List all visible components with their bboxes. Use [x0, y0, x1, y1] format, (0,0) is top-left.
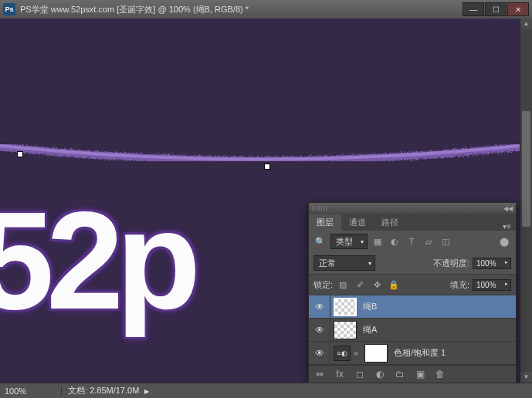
visibility-toggle-icon[interactable]: 👁	[309, 319, 330, 341]
visibility-toggle-icon[interactable]: 👁	[309, 295, 330, 318]
zoom-level-field[interactable]: 100%	[0, 386, 62, 396]
layer-mask-icon[interactable]: ◻	[354, 369, 366, 379]
opacity-field[interactable]: 100%	[473, 258, 511, 269]
rope-garland	[0, 134, 520, 173]
layer-name[interactable]: 绳A	[360, 324, 377, 336]
filter-smart-icon[interactable]: ◫	[439, 234, 452, 248]
visibility-toggle-icon[interactable]: 👁	[309, 342, 330, 364]
layer-filter-row: 🔍 类型 ▦ ◐ T ▱ ◫ ⬤	[309, 231, 516, 252]
status-bar: 100% 文档: 2.85M/17.0M ▶	[0, 383, 532, 398]
layer-group-icon[interactable]: 🗀	[394, 369, 406, 379]
layer-mask-thumbnail[interactable]	[364, 344, 388, 363]
panel-menu-icon[interactable]: ▾≡	[498, 222, 516, 231]
lock-position-icon[interactable]: ✥	[370, 278, 384, 292]
lock-transparency-icon[interactable]: ▨	[336, 278, 350, 292]
filter-type-icon[interactable]: T	[405, 234, 418, 248]
close-button[interactable]: ✕	[507, 2, 529, 16]
panel-collapse-icon[interactable]: ◀◀	[503, 205, 513, 212]
filter-kind-icon[interactable]: 🔍	[313, 234, 327, 248]
document-info[interactable]: 文档: 2.85M/17.0M ▶	[62, 385, 155, 396]
layer-style-icon[interactable]: fx	[334, 369, 346, 379]
filter-shape-icon[interactable]: ▱	[422, 234, 435, 248]
layer-thumbnail[interactable]	[334, 321, 357, 339]
layer-item[interactable]: 👁 ≡◐ ⟐ 色相/饱和度 1	[309, 342, 516, 365]
tab-layers[interactable]: 图层	[309, 214, 341, 231]
vertical-scrollbar[interactable]: ▲ ▼	[520, 19, 532, 383]
app-icon: Ps	[3, 3, 15, 15]
scroll-down-arrow[interactable]: ▼	[520, 372, 532, 383]
link-layers-icon[interactable]: ⇔	[313, 369, 326, 379]
filter-toggle-switch[interactable]: ⬤	[497, 234, 511, 248]
fill-field[interactable]: 100%	[473, 279, 511, 291]
window-titlebar: Ps PS学堂 www.52psxt.com [圣诞字效] @ 100% (绳B…	[0, 0, 532, 19]
delete-layer-icon[interactable]: 🗑	[434, 369, 446, 379]
blend-mode-row: 正常 不透明度: 100%	[309, 252, 516, 274]
panel-tab-strip: 图层 通道 路径 ▾≡	[309, 214, 516, 231]
tab-channels[interactable]: 通道	[341, 214, 374, 231]
filter-adjust-icon[interactable]: ◐	[388, 234, 402, 248]
layer-item[interactable]: 👁 绳B	[309, 295, 516, 319]
lock-row: 锁定: ▨ ✐ ✥ 🔒 填充: 100%	[309, 274, 516, 295]
doc-info-label: 文档:	[68, 386, 87, 395]
scrollbar-thumb[interactable]	[522, 111, 530, 227]
lock-label: 锁定:	[313, 279, 333, 291]
fill-label: 填充:	[450, 279, 469, 291]
lock-all-icon[interactable]: 🔒	[387, 278, 401, 292]
panel-titlebar[interactable]: ◀◀	[309, 203, 516, 214]
filter-pixel-icon[interactable]: ▦	[371, 234, 385, 248]
doc-info-value: 2.85M/17.0M	[90, 386, 139, 395]
adjustment-layer-icon[interactable]: ◐	[374, 369, 386, 379]
mask-link-icon[interactable]: ⟐	[351, 349, 361, 357]
filter-kind-dropdown[interactable]: 类型	[330, 234, 368, 249]
layer-item[interactable]: 👁 绳A	[309, 319, 516, 342]
layer-name[interactable]: 绳B	[360, 301, 377, 312]
tab-paths[interactable]: 路径	[374, 214, 406, 231]
layer-name[interactable]: 色相/饱和度 1	[391, 347, 446, 359]
maximize-button[interactable]: ☐	[485, 2, 507, 16]
opacity-label: 不透明度:	[433, 258, 469, 269]
artwork-text: 52p	[0, 180, 193, 340]
path-anchor-point[interactable]	[17, 151, 23, 157]
adjustment-layer-icon[interactable]: ≡◐	[334, 346, 351, 361]
blend-mode-dropdown[interactable]: 正常	[313, 255, 375, 271]
window-title: PS学堂 www.52psxt.com [圣诞字效] @ 100% (绳B, R…	[20, 4, 463, 15]
new-layer-icon[interactable]: ▣	[414, 369, 426, 379]
layer-thumbnail[interactable]	[334, 298, 357, 316]
layers-panel-footer: ⇔ fx ◻ ◐ 🗀 ▣ 🗑	[309, 365, 516, 383]
minimize-button[interactable]: —	[463, 2, 484, 16]
layers-list: 👁 绳B 👁 绳A 👁 ≡◐ ⟐ 色相/饱和度 1	[309, 295, 516, 365]
lock-pixels-icon[interactable]: ✐	[353, 278, 367, 292]
panel-grip-icon	[312, 206, 327, 211]
layers-panel: ◀◀ 图层 通道 路径 ▾≡ 🔍 类型 ▦ ◐ T ▱ ◫ ⬤ 正常 不透明度:…	[308, 202, 517, 383]
path-anchor-point[interactable]	[264, 164, 270, 170]
scroll-up-arrow[interactable]: ▲	[520, 19, 532, 29]
doc-info-menu-icon[interactable]: ▶	[144, 388, 149, 395]
